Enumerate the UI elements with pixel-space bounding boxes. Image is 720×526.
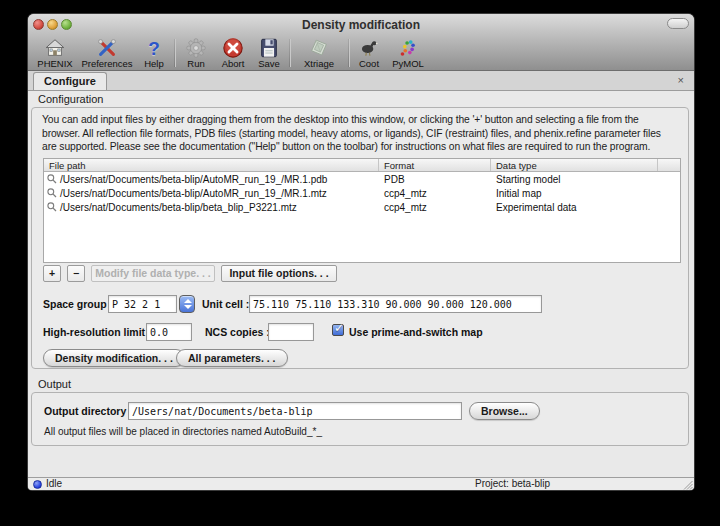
modify-file-data-type-button[interactable]: Modify file data type. . . — [91, 265, 215, 282]
table-row[interactable]: /Users/nat/Documents/beta-blip/beta_blip… — [44, 200, 680, 214]
input-files-description: You can add input files by either draggi… — [42, 113, 670, 154]
help-question-icon: ? — [143, 37, 165, 59]
magnifier-icon[interactable] — [47, 188, 57, 198]
toolbar-pymol-button[interactable]: PyMOL — [386, 35, 430, 69]
table-header-row: File path Format Data type — [44, 159, 680, 172]
abort-x-icon — [222, 37, 244, 59]
all-parameters-button[interactable]: All parameters. . . — [176, 349, 288, 367]
status-dot-icon — [33, 480, 42, 489]
toolbar-save-button[interactable]: Save — [252, 35, 286, 69]
toolbar-preferences-button[interactable]: Preferences — [77, 35, 137, 69]
stepper-down-icon — [184, 305, 192, 309]
browse-button[interactable]: Browse... — [469, 402, 540, 420]
file-path-cell: /Users/nat/Documents/beta-blip/beta_blip… — [60, 202, 297, 213]
toolbar-run-button[interactable]: Run — [178, 35, 214, 69]
column-header-file-path[interactable]: File path — [44, 159, 379, 171]
format-cell: PDB — [379, 174, 491, 185]
output-section-title: Output — [38, 378, 71, 390]
unit-cell-label: Unit cell : — [202, 298, 249, 310]
output-note: All output files will be placed in direc… — [44, 426, 322, 437]
space-group-stepper[interactable] — [179, 295, 195, 313]
tab-close-icon[interactable]: × — [678, 74, 684, 86]
ncs-copies-input[interactable] — [268, 323, 314, 341]
toolbar-toggle-pill-button[interactable] — [667, 18, 689, 29]
xtriage-crystal-icon — [308, 37, 330, 59]
add-file-button[interactable]: + — [43, 265, 61, 282]
output-directory-label: Output directory : — [44, 405, 133, 417]
output-groupbox: Output directory : Browse... All output … — [31, 392, 689, 446]
column-header-data-type[interactable]: Data type — [491, 159, 658, 171]
toolbar: PHENIX Preferences ? Help — [28, 36, 694, 71]
format-cell: ccp4_mtz — [379, 202, 491, 213]
ncs-copies-label: NCS copies : — [205, 326, 270, 338]
space-group-label: Space group : — [43, 298, 113, 310]
status-text: Idle — [46, 478, 62, 489]
data-type-cell: Experimental data — [491, 202, 658, 213]
title-bar: Density modification — [28, 14, 694, 36]
high-resolution-limit-label: High-resolution limit : — [43, 326, 152, 338]
toolbar-phenix-button[interactable]: PHENIX — [33, 35, 77, 69]
data-type-cell: Starting model — [491, 174, 658, 185]
toolbar-help-button[interactable]: ? Help — [137, 35, 171, 69]
file-path-cell: /Users/nat/Documents/beta-blip/AutoMR_ru… — [60, 174, 327, 185]
toolbar-separator — [289, 39, 290, 67]
high-resolution-limit-input[interactable] — [146, 323, 192, 341]
data-type-cell: Initial map — [491, 188, 658, 199]
prime-switch-checkbox[interactable]: ✓ — [332, 324, 344, 336]
magnifier-icon[interactable] — [47, 174, 57, 184]
format-cell: ccp4_mtz — [379, 188, 491, 199]
tab-configure[interactable]: Configure — [33, 72, 107, 90]
window-title: Density modification — [28, 18, 694, 32]
output-directory-input[interactable] — [128, 402, 462, 420]
remove-file-button[interactable]: − — [67, 265, 85, 282]
column-header-format[interactable]: Format — [379, 159, 491, 171]
space-group-input[interactable] — [108, 295, 177, 313]
table-row[interactable]: /Users/nat/Documents/beta-blip/AutoMR_ru… — [44, 186, 680, 200]
input-file-options-button[interactable]: Input file options. . . — [221, 265, 337, 282]
tab-bar: Configure × — [28, 71, 694, 91]
resize-grip[interactable] — [682, 479, 693, 490]
toolbar-abort-button[interactable]: Abort — [214, 35, 252, 69]
status-bar: Idle Project: beta-blip — [28, 477, 694, 490]
toolbar-separator — [174, 39, 175, 67]
save-floppy-icon — [258, 37, 280, 59]
toolbar-coot-button[interactable]: Coot — [352, 35, 386, 69]
phenix-home-icon — [44, 37, 66, 59]
column-header-spacer — [658, 159, 680, 171]
file-path-cell: /Users/nat/Documents/beta-blip/AutoMR_ru… — [60, 188, 327, 199]
toolbar-separator — [348, 39, 349, 67]
configuration-groupbox: You can add input files by either draggi… — [31, 107, 689, 369]
stepper-up-icon — [184, 299, 192, 303]
run-gear-icon — [185, 37, 207, 59]
magnifier-icon[interactable] — [47, 202, 57, 212]
density-modification-window: Density modification PHENIX — [28, 14, 694, 490]
project-label: Project: beta-blip — [475, 478, 550, 489]
prime-switch-label: Use prime-and-switch map — [349, 326, 483, 338]
pymol-ribbon-icon — [397, 37, 419, 59]
coot-bird-icon — [358, 37, 380, 59]
table-row[interactable]: /Users/nat/Documents/beta-blip/AutoMR_ru… — [44, 172, 680, 186]
density-modification-button[interactable]: Density modification. . . — [43, 349, 185, 367]
checkmark-icon: ✓ — [334, 321, 344, 335]
input-files-table[interactable]: File path Format Data type /Users/nat/Do… — [43, 158, 681, 263]
toolbar-xtriage-button[interactable]: Xtriage — [293, 35, 345, 69]
preferences-tools-icon — [96, 37, 118, 59]
configuration-section-title: Configuration — [38, 93, 103, 105]
unit-cell-input[interactable] — [249, 295, 542, 313]
